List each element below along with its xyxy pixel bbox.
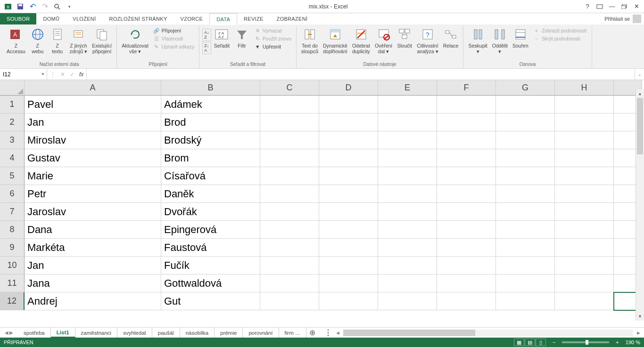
cell[interactable] — [319, 185, 378, 203]
cell[interactable]: Brom — [161, 149, 260, 167]
cell[interactable] — [319, 149, 378, 167]
row-header[interactable]: 9 — [0, 239, 25, 257]
sort-asc-button[interactable]: A↓Z — [202, 29, 211, 41]
cell[interactable] — [319, 96, 378, 113]
hscroll-left-icon[interactable]: ◀ — [334, 331, 341, 335]
cell[interactable] — [378, 203, 437, 221]
cell[interactable] — [496, 167, 555, 185]
fbar-expand-icon[interactable]: ⌄ — [635, 69, 644, 80]
formula-input[interactable] — [87, 69, 635, 80]
horizontal-scrollbar[interactable]: ⋮ ◀ ▶ — [322, 328, 644, 338]
column-header[interactable]: H — [555, 80, 614, 96]
cell[interactable] — [555, 167, 614, 185]
cell[interactable]: Epingerová — [161, 221, 260, 239]
cell[interactable] — [319, 167, 378, 185]
cell[interactable]: Petr — [25, 185, 161, 203]
cell[interactable] — [319, 221, 378, 239]
cell[interactable] — [437, 113, 496, 131]
edit-links-button[interactable]: ✎Upravit odkazy — [151, 43, 196, 50]
cell[interactable] — [437, 221, 496, 239]
tab-insert[interactable]: VLOŽENÍ — [66, 13, 102, 24]
data-validation-button[interactable]: Ověření dat ▾ — [373, 26, 394, 54]
cell[interactable] — [437, 274, 496, 292]
cell[interactable] — [496, 221, 555, 239]
scroll-down-icon[interactable]: ▼ — [636, 312, 644, 321]
cell[interactable]: Císařová — [161, 167, 260, 185]
cell[interactable]: Faustová — [161, 239, 260, 257]
cell[interactable] — [260, 96, 319, 113]
close-icon[interactable]: ✕ — [631, 1, 642, 12]
help-icon[interactable]: ? — [582, 1, 593, 12]
qat-more-icon[interactable]: ▾ — [64, 1, 74, 12]
relations-button[interactable]: Relace — [441, 26, 461, 48]
sheet-nav-next-icon[interactable]: ▶ — [9, 330, 13, 335]
cell[interactable] — [378, 113, 437, 131]
cell[interactable] — [378, 221, 437, 239]
row-header[interactable]: 6 — [0, 185, 25, 203]
view-break-icon[interactable]: ▯ — [536, 339, 546, 346]
flash-fill-button[interactable]: Dynamické doplňování — [321, 26, 349, 54]
cell[interactable]: Markéta — [25, 239, 161, 257]
cell[interactable] — [319, 292, 378, 310]
add-sheet-button[interactable]: ⊕ — [306, 328, 318, 338]
sheet-tab[interactable]: prémie — [215, 328, 243, 338]
cell[interactable] — [319, 131, 378, 149]
cell[interactable] — [378, 257, 437, 274]
row-header[interactable]: 2 — [0, 113, 25, 131]
cell[interactable] — [496, 292, 555, 310]
cell[interactable] — [378, 274, 437, 292]
save-icon[interactable] — [15, 1, 25, 12]
sheet-tab[interactable]: firm … — [279, 328, 307, 338]
row-header[interactable]: 12 — [0, 292, 25, 310]
hscroll-thumb[interactable] — [343, 330, 475, 336]
cell[interactable] — [496, 96, 555, 113]
cell[interactable] — [378, 96, 437, 113]
from-other-button[interactable]: Z jiných zdrojů ▾ — [68, 26, 90, 54]
cell[interactable] — [437, 149, 496, 167]
name-box[interactable]: I12▼ — [0, 69, 47, 80]
row-header[interactable]: 7 — [0, 203, 25, 221]
row-header[interactable]: 8 — [0, 221, 25, 239]
scroll-up-icon[interactable]: ▲ — [636, 89, 644, 98]
preview-icon[interactable] — [52, 1, 62, 12]
cell[interactable] — [555, 203, 614, 221]
cell[interactable]: Brodský — [161, 131, 260, 149]
cell[interactable] — [555, 257, 614, 274]
advanced-filter-button[interactable]: ▼Upřesnit — [252, 43, 293, 50]
consolidate-button[interactable]: Sloučit — [395, 26, 414, 48]
cell[interactable] — [496, 131, 555, 149]
cell[interactable] — [437, 96, 496, 113]
cell[interactable] — [260, 113, 319, 131]
remove-duplicates-button[interactable]: Odebrat duplicity — [350, 26, 372, 54]
cell[interactable] — [260, 257, 319, 274]
cell[interactable]: Gustav — [25, 149, 161, 167]
cell[interactable] — [319, 203, 378, 221]
cell[interactable] — [555, 292, 614, 310]
cell[interactable] — [496, 185, 555, 203]
cell[interactable] — [260, 203, 319, 221]
cell[interactable] — [319, 257, 378, 274]
vertical-scrollbar[interactable]: ▲ ▼ — [636, 89, 644, 321]
sheet-tab[interactable]: násobilka — [180, 328, 215, 338]
hide-detail-button[interactable]: −Skrýt podrobnosti — [531, 35, 589, 42]
zoom-slider[interactable] — [562, 341, 609, 343]
from-access-button[interactable]: AZ Accessu — [5, 26, 27, 54]
cell[interactable] — [496, 274, 555, 292]
column-header[interactable]: B — [161, 80, 260, 96]
undo-icon[interactable]: ↶ — [27, 1, 38, 12]
from-text-button[interactable]: Z textu — [48, 26, 67, 54]
cell[interactable]: Brod — [161, 113, 260, 131]
cell[interactable] — [378, 185, 437, 203]
connections-button[interactable]: 🔗Připojení — [151, 27, 196, 34]
cell[interactable] — [555, 274, 614, 292]
column-header[interactable]: C — [260, 80, 319, 96]
row-header[interactable]: 4 — [0, 149, 25, 167]
cell[interactable]: Jan — [25, 113, 161, 131]
user-icon[interactable] — [633, 15, 641, 23]
cell[interactable] — [496, 203, 555, 221]
sheet-nav-prev-icon[interactable]: ◀ — [5, 330, 8, 335]
cell[interactable]: Jaroslav — [25, 203, 161, 221]
tab-layout[interactable]: ROZLOŽENÍ STRÁNKY — [102, 13, 173, 24]
sheet-tab[interactable]: svyhledat — [117, 328, 152, 338]
cell[interactable] — [496, 113, 555, 131]
